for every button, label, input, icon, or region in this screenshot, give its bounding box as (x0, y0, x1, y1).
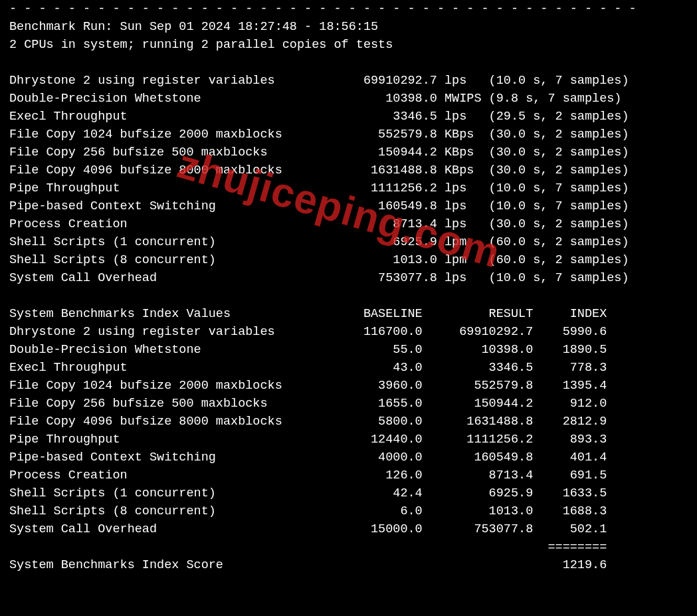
terminal-output: - - - - - - - - - - - - - - - - - - - - … (0, 0, 697, 574)
